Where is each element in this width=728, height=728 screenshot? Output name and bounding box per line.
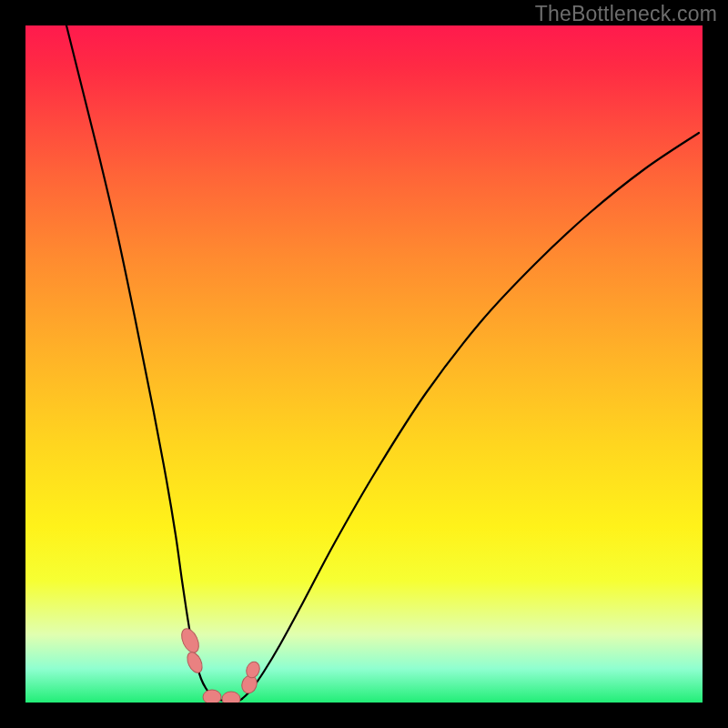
data-marker-2 [203, 690, 221, 703]
data-marker-0 [178, 626, 202, 655]
curve-left-branch [66, 25, 217, 699]
watermark-text: TheBottleneck.com [535, 2, 717, 26]
curve-right-branch [242, 133, 699, 699]
curve-group [66, 25, 699, 701]
marker-group [178, 626, 262, 703]
data-marker-1 [185, 650, 206, 675]
data-marker-3 [222, 692, 240, 703]
chart-svg [25, 25, 703, 703]
chart-plot-area [25, 25, 703, 703]
